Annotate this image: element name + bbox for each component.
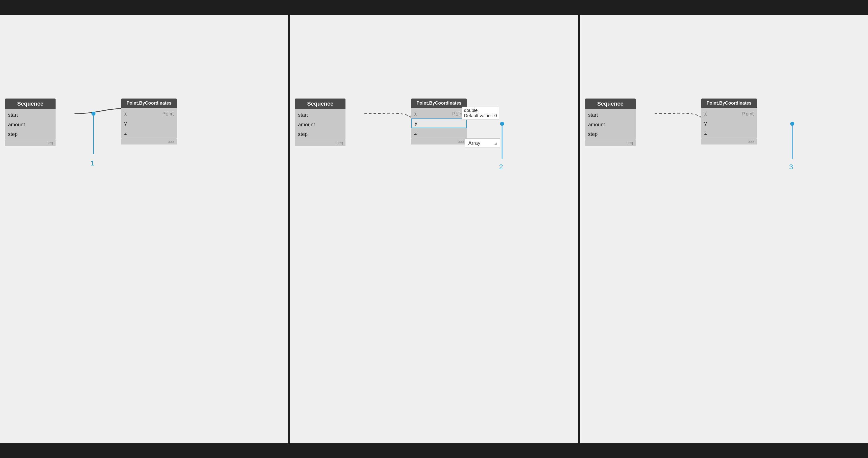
sequence-amount-label-2: amount	[295, 122, 318, 128]
sequence-amount-row-1: amount	[5, 120, 56, 129]
point-y-row-3: y	[701, 119, 757, 128]
sequence-start-label-1: start	[5, 112, 21, 118]
point-node-body-3: x Point y z	[701, 108, 757, 139]
point-z-label-1: z	[121, 130, 130, 136]
point-x-label-3: x	[701, 111, 710, 117]
point-footer-3: xxx	[748, 140, 754, 144]
sequence-amount-row-3: amount	[585, 120, 636, 129]
array-resize-2: ◢	[494, 141, 497, 145]
point-y-row-1: y	[121, 119, 177, 128]
panel-1: Sequence start amount step seq Point.ByC…	[0, 15, 288, 443]
point-node-header-3: Point.ByCoordinates	[701, 98, 757, 108]
point-z-row-3: z	[701, 128, 757, 138]
tooltip-text-line1-2: double	[464, 108, 497, 113]
divider-2-3	[578, 15, 580, 443]
step-number-3: 3	[789, 163, 793, 171]
point-footer-2: xxx	[458, 140, 464, 144]
sequence-start-label-2: start	[295, 112, 311, 118]
sequence-node-body-1: start amount step	[5, 109, 56, 140]
sequence-node-header-3: Sequence	[585, 98, 636, 109]
point-node-2: Point.ByCoordinates x Point y z xxx	[411, 98, 467, 145]
panel-3: Sequence start amount step seq Point.ByC…	[580, 15, 868, 443]
point-x-label-2: x	[411, 111, 420, 117]
point-x-row-1: x Point	[121, 109, 177, 119]
sequence-node-body-2: start amount step	[295, 109, 345, 140]
point-node-body-2: x Point y z	[411, 108, 467, 139]
sequence-step-row-2: step	[295, 129, 345, 139]
sequence-node-3: Sequence start amount step seq	[585, 98, 636, 146]
point-node-1: Point.ByCoordinates x Point y z xxx	[121, 98, 177, 145]
divider-1-2	[288, 15, 290, 443]
sequence-step-label-3: step	[585, 131, 601, 137]
svg-point-4	[790, 122, 794, 126]
connections-svg-3	[580, 15, 868, 443]
sequence-step-row-3: step	[585, 129, 636, 139]
connections-svg-2	[290, 15, 578, 443]
step-number-1: 1	[90, 159, 94, 167]
svg-point-2	[500, 122, 504, 126]
bottom-bar	[0, 443, 868, 458]
point-z-label-2: z	[411, 130, 420, 136]
tooltip-2: double Default value : 0	[462, 106, 499, 120]
sequence-amount-row-2: amount	[295, 120, 345, 129]
point-node-header-2: Point.ByCoordinates	[411, 98, 467, 108]
point-y-label-1: y	[121, 121, 130, 126]
sequence-amount-label-1: amount	[5, 122, 28, 128]
sequence-start-row-3: start	[585, 110, 636, 120]
sequence-footer-text-3: seq	[626, 141, 633, 145]
sequence-footer-text-1: seq	[46, 141, 53, 145]
sequence-start-row-1: start	[5, 110, 56, 120]
point-x-label-1: x	[121, 111, 130, 117]
sequence-start-row-2: start	[295, 110, 345, 120]
sequence-node-header-1: Sequence	[5, 98, 56, 109]
sequence-footer-text-2: seq	[337, 141, 343, 145]
sequence-amount-label-3: amount	[585, 122, 608, 128]
point-node-3: Point.ByCoordinates x Point y z xxx	[701, 98, 757, 145]
point-y-row-2: y	[411, 119, 467, 128]
panels-container: Sequence start amount step seq Point.ByC…	[0, 15, 868, 443]
point-node-header-1: Point.ByCoordinates	[121, 98, 177, 108]
point-x-row-2: x Point	[411, 109, 467, 119]
point-x-output-1: Point	[159, 111, 177, 117]
point-z-label-3: z	[701, 130, 710, 136]
sequence-node-header-2: Sequence	[295, 98, 345, 109]
top-bar	[0, 0, 868, 15]
point-y-label-3: y	[701, 121, 710, 126]
point-x-row-3: x Point	[701, 109, 757, 119]
tooltip-text-line2-2: Default value : 0	[464, 113, 497, 119]
array-box-2: Array ◢	[465, 139, 500, 148]
sequence-node-1: Sequence start amount step seq	[5, 98, 56, 146]
point-y-label-2: y	[412, 121, 420, 126]
array-label-2: Array	[468, 140, 480, 146]
svg-point-0	[91, 112, 95, 116]
sequence-step-label-2: step	[295, 131, 311, 137]
sequence-step-row-1: step	[5, 129, 56, 139]
sequence-start-label-3: start	[585, 112, 601, 118]
point-node-body-1: x Point y z	[121, 108, 177, 139]
panel-2: Sequence start amount step seq Point.ByC…	[290, 15, 578, 443]
point-z-row-1: z	[121, 128, 177, 138]
point-x-output-3: Point	[739, 111, 757, 117]
step-number-2: 2	[499, 163, 503, 171]
point-footer-1: xxx	[168, 140, 174, 144]
sequence-node-body-3: start amount step	[585, 109, 636, 140]
point-z-row-2: z	[411, 128, 467, 138]
sequence-node-2: Sequence start amount step seq	[295, 98, 345, 146]
connections-svg-1	[0, 15, 288, 443]
sequence-step-label-1: step	[5, 131, 21, 137]
